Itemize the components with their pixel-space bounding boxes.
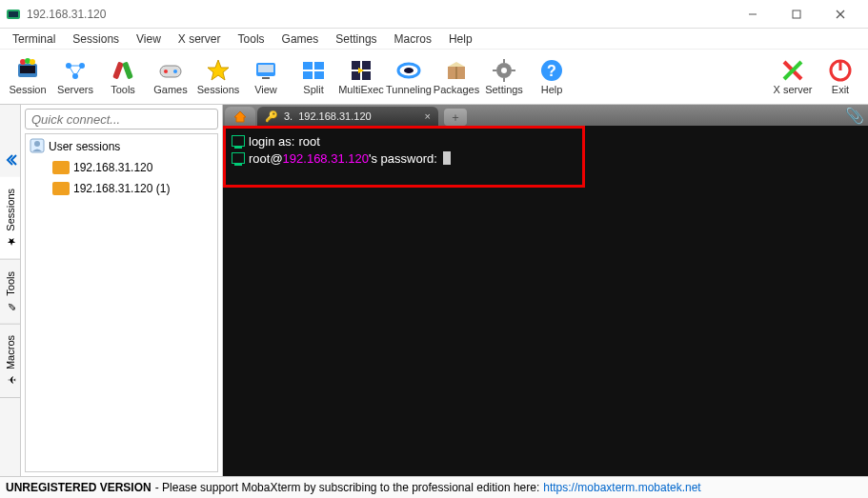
tab-close-button[interactable]: × [425,110,431,122]
paperclip-icon[interactable]: 📎 [845,107,864,125]
active-tab[interactable]: 🔑 3. 192.168.31.120 × [257,107,438,126]
svg-rect-1 [9,11,18,17]
home-tab[interactable] [225,107,255,126]
toolbar-settings[interactable]: Settings [480,50,528,102]
svg-rect-29 [314,71,324,79]
side-tab-tools[interactable]: ✎Tools [0,260,20,325]
svg-point-21 [173,70,177,73]
svg-rect-17 [112,61,124,79]
menu-games[interactable]: Games [273,30,328,48]
menu-help[interactable]: Help [440,30,481,48]
svg-point-9 [25,58,30,64]
tree-root[interactable]: User sessions [26,136,217,157]
key-icon: 🔑 [265,110,278,123]
menu-bar: Terminal Sessions View X server Tools Ga… [0,29,868,50]
tree-session-item[interactable]: 192.168.31.120 (1) [26,178,217,199]
toolbar-label: X server [774,84,813,95]
menu-view[interactable]: View [128,30,170,48]
toolbar-games[interactable]: Games [147,50,194,102]
menu-terminal[interactable]: Terminal [4,30,64,48]
svg-line-15 [69,66,75,76]
toolbar-view[interactable]: View [242,50,290,102]
svg-point-53 [34,141,40,147]
side-tab-macros[interactable]: ✈Macros [0,324,20,398]
toolbar-label: Packages [434,84,479,95]
servers-icon [62,57,89,84]
left-panel: User sessions 192.168.31.120 192.168.31.… [21,105,223,476]
svg-rect-44 [493,70,496,71]
password-prompt: 's password: [369,151,437,166]
maximize-button[interactable] [775,1,818,28]
svg-marker-38 [448,62,465,67]
tunneling-icon [395,57,422,84]
toolbar-label: Split [303,84,323,95]
svg-marker-22 [208,60,229,80]
split-icon [300,57,327,84]
svg-point-10 [30,59,35,65]
close-button[interactable] [818,1,862,28]
ssh-user: root [249,151,270,166]
quick-connect [25,109,218,129]
toolbar-help[interactable]: ?Help [528,50,575,102]
toolbar-label: Help [541,84,563,95]
toolbar-split[interactable]: Split [290,50,337,102]
menu-sessions[interactable]: Sessions [64,30,128,48]
toolbar-label: Sessions [197,84,240,95]
status-link[interactable]: https://mobaxterm.mobatek.net [543,481,700,494]
body-area: ★Sessions ✎Tools ✈Macros User sessions 1… [0,105,868,476]
menu-tools[interactable]: Tools [230,30,273,48]
toolbar-xserver[interactable]: X server [769,50,817,102]
new-tab-button[interactable]: ＋ [444,109,467,126]
toolbar-tunneling[interactable]: Tunneling [385,50,433,102]
svg-point-8 [20,59,26,65]
svg-marker-54 [234,111,246,122]
collapse-left-button[interactable] [0,143,20,177]
quick-connect-input[interactable] [25,109,218,129]
toolbar-packages[interactable]: Packages [433,50,480,102]
toolbar-tools[interactable]: Tools [99,50,147,102]
svg-point-20 [164,70,168,73]
sessions-tree: User sessions 192.168.31.120 192.168.31.… [25,133,218,472]
terminal[interactable]: login as: root root@192.168.31.120's pas… [223,126,868,476]
toolbar-label: Settings [485,84,523,95]
svg-rect-19 [160,66,181,77]
menu-settings[interactable]: Settings [327,30,385,48]
multiexec-icon [348,57,374,84]
status-unregistered: UNREGISTERED VERSION [6,481,151,494]
terminal-line: login as: root [232,132,576,149]
toolbar-label: View [254,84,277,95]
svg-point-36 [404,68,414,73]
minimize-button[interactable] [731,1,775,28]
toolbar-label: Tunneling [386,84,432,95]
svg-rect-7 [20,66,35,73]
menu-xserver[interactable]: X server [170,30,230,48]
toolbar-session[interactable]: Session [4,50,51,102]
login-value: root [298,134,319,149]
toolbar-servers[interactable]: Servers [51,50,99,102]
svg-rect-3 [793,10,800,18]
toolbar-label: MultiExec [338,84,384,95]
side-tab-label: Tools [5,271,16,296]
tree-session-item[interactable]: 192.168.31.120 [26,157,217,178]
tree-root-label: User sessions [49,140,120,153]
right-area: 🔑 3. 192.168.31.120 × ＋ 📎 login as: root… [223,105,868,476]
toolbar-multiexec[interactable]: MultiExec [337,50,385,102]
star-icon [205,57,232,84]
exit-icon [827,57,854,84]
tab-label: 192.168.31.120 [298,110,371,122]
side-tab-strip: ★Sessions ✎Tools ✈Macros [0,105,21,476]
toolbar: Session Servers Tools Games Sessions Vie… [0,50,868,105]
toolbar-exit[interactable]: Exit [817,50,864,102]
toolbar-sessions[interactable]: Sessions [194,50,242,102]
toolbar-label: Servers [57,84,93,95]
side-tab-sessions[interactable]: ★Sessions [0,177,20,260]
menu-macros[interactable]: Macros [386,30,440,48]
terminal-line: root@192.168.31.120's password: [232,149,576,167]
svg-rect-25 [262,77,270,79]
ssh-host: 192.168.31.120 [283,151,369,166]
status-bar: UNREGISTERED VERSION - Please support Mo… [0,476,868,498]
toolbar-label: Tools [111,84,135,95]
side-tab-label: Macros [5,335,16,369]
svg-text:?: ? [547,63,556,79]
user-icon [30,138,45,156]
